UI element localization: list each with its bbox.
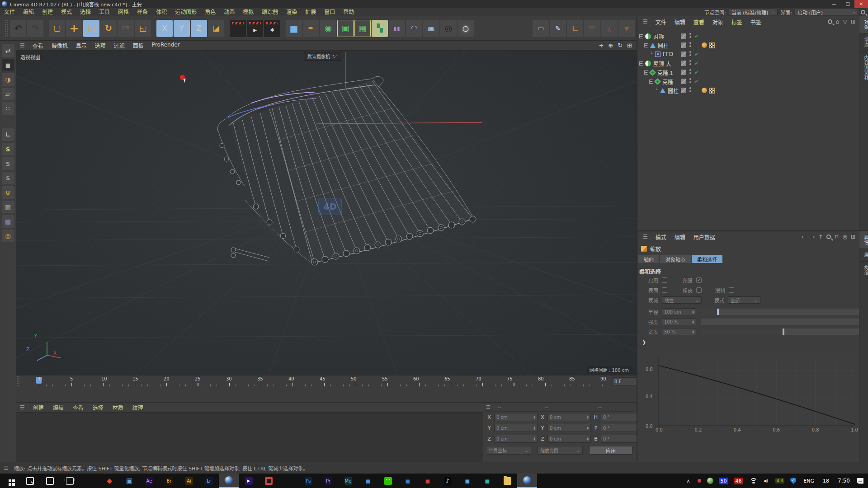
- tray-badge-50[interactable]: 50: [719, 478, 728, 484]
- manager-side-tab[interactable]: 属性: [859, 231, 868, 249]
- rotate-view-icon[interactable]: ↻: [618, 42, 623, 49]
- menu-item[interactable]: 帮助: [339, 8, 358, 16]
- object-tree-row[interactable]: 克隆.1 ✓: [637, 68, 858, 77]
- visibility-dots[interactable]: [689, 69, 691, 71]
- viewport-canvas[interactable]: 透视视图 默认摄像机↻° 4D Y X Z 网格间距 : 100 cm: [16, 51, 637, 375]
- object-label[interactable]: 对称: [653, 33, 664, 40]
- close-button[interactable]: ✕: [854, 0, 868, 8]
- toolbar-grip[interactable]: [5, 20, 8, 37]
- model-mode-button[interactable]: ◼: [2, 59, 14, 71]
- view-name-label[interactable]: 透视视图: [16, 52, 44, 61]
- menu-item[interactable]: 网格: [114, 8, 133, 16]
- workplane-grid-button[interactable]: ▦: [2, 201, 14, 213]
- ime-indicator[interactable]: 18: [821, 478, 830, 484]
- visibility-dots[interactable]: [689, 33, 691, 35]
- volume-icon[interactable]: ◀): [762, 478, 769, 483]
- phong-tag-icon[interactable]: [702, 42, 707, 48]
- object-label[interactable]: 圆柱: [668, 87, 679, 94]
- tray-badge-46[interactable]: 46: [734, 478, 743, 484]
- am-search-icon[interactable]: [826, 235, 831, 239]
- om-home-icon[interactable]: ⌂: [836, 19, 840, 25]
- viewport-menu-item[interactable]: 面板: [129, 42, 148, 49]
- object-label[interactable]: 屋顶 大: [653, 60, 671, 67]
- lock-workplane-button[interactable]: ▩: [2, 215, 14, 228]
- blue-app-3[interactable]: ◼: [458, 474, 477, 488]
- layer-toggle[interactable]: [681, 42, 686, 48]
- am-add-icon[interactable]: ⊞: [851, 234, 855, 240]
- language-indicator[interactable]: ENG: [802, 478, 816, 484]
- expand-toggle[interactable]: [654, 89, 658, 93]
- toggle-views-icon[interactable]: ⊞: [627, 42, 632, 49]
- viewport-menu-item[interactable]: 查看: [28, 42, 47, 49]
- status-burger-icon[interactable]: ☰: [0, 465, 12, 471]
- menu-item[interactable]: 样条: [133, 8, 152, 16]
- maximize-button[interactable]: □: [841, 0, 854, 8]
- timeline-ruler[interactable]: 051015202530354045505560657075808590 0 F…: [16, 375, 637, 387]
- texture-tag-icon[interactable]: [709, 42, 715, 48]
- ffd-deformer-button[interactable]: ▦: [354, 20, 371, 37]
- viewport-capture-button[interactable]: ✎: [550, 20, 566, 37]
- coordinate-space-dropdown[interactable]: 世界坐标⌄: [486, 446, 531, 455]
- pan-view-icon[interactable]: +: [599, 42, 604, 49]
- viewport-menu-item[interactable]: 显示: [72, 42, 91, 49]
- bridge-app[interactable]: Br: [159, 474, 179, 488]
- clock[interactable]: 7:50: [836, 477, 851, 484]
- object-tree-row[interactable]: FFD ✓: [637, 50, 858, 59]
- undo-button[interactable]: ↶: [10, 20, 26, 37]
- scale-button[interactable]: ◱: [83, 20, 99, 37]
- attribute-manager-menu-item[interactable]: 用户数据: [689, 233, 719, 241]
- visibility-dots[interactable]: [689, 78, 691, 80]
- object-manager-menu-item[interactable]: 查看: [689, 18, 708, 26]
- material-menu-item[interactable]: 纹理: [128, 404, 148, 411]
- move-button[interactable]: +: [66, 20, 82, 37]
- quark-browser[interactable]: [80, 474, 99, 488]
- manager-side-tab[interactable]: 场次: [859, 34, 868, 52]
- am-back-icon[interactable]: ←: [802, 234, 807, 240]
- tray-green-icon[interactable]: [707, 478, 713, 484]
- minimize-button[interactable]: —: [827, 0, 841, 8]
- psr-reset-button[interactable]: PSR: [118, 20, 134, 37]
- rotate-button[interactable]: ↻: [100, 20, 117, 37]
- layer-toggle[interactable]: [681, 52, 686, 57]
- scale-mode-dropdown[interactable]: 缩放比例⌄: [538, 446, 583, 455]
- enable-checkbox[interactable]: [662, 277, 667, 283]
- material-menu-item[interactable]: 编辑: [48, 404, 68, 411]
- material-menu-item[interactable]: 选择: [88, 404, 108, 411]
- size-value-field[interactable]: 0 cm▲▼: [547, 424, 591, 432]
- interface-dropdown[interactable]: 启动 (用户)⌄: [795, 9, 858, 15]
- expand-toggle[interactable]: [649, 80, 653, 84]
- attribute-tab[interactable]: 对象轴心: [660, 255, 691, 263]
- layer-toggle[interactable]: [681, 88, 686, 93]
- menu-item[interactable]: 文件: [0, 8, 19, 16]
- axis-modify-button[interactable]: Y: [601, 20, 618, 37]
- curve-expander-icon[interactable]: ❯: [637, 337, 868, 345]
- premiere-app[interactable]: Pr: [318, 474, 338, 488]
- menu-item[interactable]: 窗口: [320, 8, 339, 16]
- material-menu-item[interactable]: 查看: [68, 404, 88, 411]
- green-sphere-app[interactable]: [278, 474, 298, 488]
- visibility-dots[interactable]: [689, 87, 691, 89]
- camera-object-button[interactable]: ◎: [440, 20, 457, 37]
- spline-wrap-button[interactable]: ▮▮: [389, 20, 405, 37]
- rotation-value-field[interactable]: 0 °▲▼: [601, 424, 641, 432]
- object-tree-row[interactable]: 屋顶 大 ✓: [637, 59, 858, 68]
- cinema4d-2-active[interactable]: [517, 474, 537, 488]
- radius-slider[interactable]: [701, 309, 864, 315]
- coordinate-system-button[interactable]: ◪: [208, 20, 224, 37]
- cube-primitive-button[interactable]: ■: [286, 20, 302, 37]
- expand-toggle[interactable]: [649, 52, 653, 56]
- object-manager-menu-item[interactable]: 标签: [727, 18, 746, 26]
- photos-app[interactable]: ▣: [119, 474, 139, 488]
- viewport-burger-icon[interactable]: ☰: [16, 42, 28, 49]
- axis-modification-button[interactable]: ∟: [2, 128, 14, 141]
- snap-auto-button[interactable]: S: [2, 172, 14, 184]
- object-label[interactable]: FFD: [663, 51, 673, 57]
- radius-field[interactable]: 100 cm▲▼: [662, 308, 696, 315]
- am-forward-icon[interactable]: →: [810, 234, 815, 240]
- defender-shield-icon[interactable]: [790, 478, 796, 484]
- snap-3d-button[interactable]: S: [2, 157, 14, 170]
- om-search-icon[interactable]: [828, 19, 832, 24]
- viewport-solo-button[interactable]: ▭: [533, 20, 549, 37]
- manager-side-tab[interactable]: 构造: [859, 262, 868, 279]
- object-tree-row[interactable]: 克隆 ✓: [637, 77, 858, 86]
